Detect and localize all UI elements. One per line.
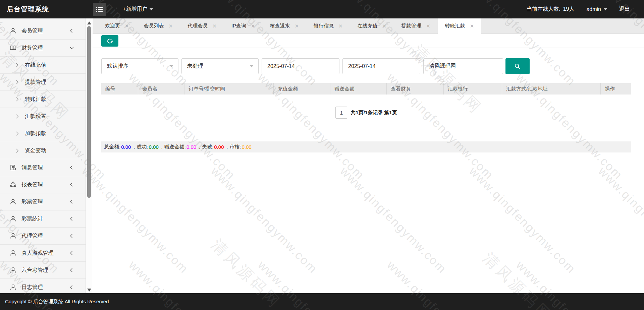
sidebar-item-member-management[interactable]: 会员管理 (0, 22, 86, 40)
refresh-icon (106, 38, 113, 45)
sidebar-item-lottery-statistics[interactable]: 彩票统计 (0, 210, 86, 228)
chevron-left-icon (69, 216, 75, 222)
summary-label: 审核: (230, 144, 241, 150)
scrollbar-up-arrow[interactable] (87, 21, 91, 24)
sidebar-item-label: 消息管理 (21, 164, 43, 171)
sidebar-item-label: 六合彩管理 (21, 267, 48, 274)
user-icon (9, 232, 17, 240)
date-from-input[interactable] (262, 58, 339, 74)
sidebar-item-report-management[interactable]: 报表管理 (0, 176, 86, 193)
sidebar-item-label: 财务管理 (21, 45, 43, 52)
chevron-right-icon (14, 96, 20, 102)
user-icon (9, 283, 17, 291)
scrollbar-down-arrow[interactable] (87, 289, 91, 292)
sidebar-item-label: 彩票统计 (21, 215, 43, 223)
table-header-row: 编号会员名订单号/提交时间充值金额赠送金额查看财务汇款银行汇款方式/汇款地址操作 (101, 83, 631, 95)
page-number-button[interactable]: 1 (335, 107, 347, 119)
book-icon (9, 44, 17, 52)
column-header-3: 订单号/提交时间 (184, 83, 273, 95)
chevron-right-icon (14, 113, 20, 119)
scrollbar-thumb[interactable] (87, 26, 91, 198)
sidebar-item-finance-management[interactable]: 财务管理 (0, 40, 86, 57)
tab-member-list[interactable]: 会员列表✕ (137, 18, 180, 34)
tab-close-icon[interactable]: ✕ (169, 23, 173, 28)
column-header-9: 操作 (600, 83, 631, 95)
chevron-down-icon (169, 65, 173, 67)
sort-order-value: 默认排序 (107, 63, 128, 70)
chevron-down-icon (250, 65, 254, 67)
keyword-input[interactable] (423, 58, 503, 74)
message-icon (9, 164, 17, 172)
summary-label: 失败: (202, 144, 213, 150)
tab-close-icon[interactable]: ✕ (338, 23, 343, 28)
tab-transfer-remittance[interactable]: 转账汇款✕ (438, 18, 482, 34)
logout-button[interactable]: 退出 (619, 6, 630, 13)
tab-close-icon[interactable]: ✕ (382, 23, 387, 28)
tab-agent-member[interactable]: 代理会员✕ (180, 18, 224, 34)
tab-ip-query[interactable]: IP查询✕ (224, 18, 263, 34)
sidebar-subitem-remittance-settings[interactable]: 汇款设置 (0, 108, 86, 125)
tab-online-recharge[interactable]: 在线充值✕ (350, 18, 394, 34)
sidebar-item-label: 报表管理 (21, 181, 43, 188)
tab-close-icon[interactable]: ✕ (251, 23, 255, 28)
search-button[interactable] (505, 58, 530, 74)
sidebar-item-label: 彩票管理 (21, 198, 43, 205)
user-menu[interactable]: admin (586, 6, 607, 12)
sidebar-item-live-game-management[interactable]: 真人游戏管理 (0, 245, 86, 262)
sidebar-subitem-withdrawal-management[interactable]: 提款管理 (0, 74, 86, 91)
column-header-2: 会员名 (138, 83, 184, 95)
add-user-label: +新增用户 (123, 6, 147, 13)
summary-value: 0.00 (121, 144, 131, 150)
sidebar-subitem-funds-change[interactable]: 资金变动 (0, 142, 86, 159)
app-title: 后台管理系统 (7, 5, 49, 14)
sidebar-subitem-online-recharge[interactable]: 在线充值 (0, 57, 86, 74)
tab-label: 会员列表 (144, 23, 164, 29)
sidebar-item-label: 真人游戏管理 (21, 250, 54, 257)
copyright-text: Copyright © 后台管理系统 All Rights Reserved (5, 299, 109, 305)
chevron-right-icon (14, 62, 20, 68)
sidebar-subitem-label: 加款扣款 (25, 130, 46, 137)
status-select[interactable]: 未处理 (181, 58, 259, 74)
header-right: 当前在线人数: 19人 admin 退出 (527, 0, 630, 18)
tab-close-icon[interactable]: ✕ (125, 23, 129, 28)
tab-withdrawal-management[interactable]: 提款管理✕ (394, 18, 438, 34)
chevron-down-icon (604, 8, 607, 10)
summary-label: 总金额: (104, 144, 120, 150)
sidebar-subitem-transfer-remittance[interactable]: 转账汇款 (0, 91, 86, 108)
sidebar-subitem-label: 汇款设置 (25, 113, 46, 120)
user-icon (9, 27, 17, 35)
column-header-7: 汇款银行 (443, 83, 502, 95)
tab-close-icon[interactable]: ✕ (470, 23, 474, 28)
tab-label: 转账汇款 (445, 23, 465, 29)
sidebar-item-agent-management[interactable]: 代理管理 (0, 228, 86, 245)
column-header-6: 查看财务 (386, 83, 443, 95)
sidebar-item-label: 日志管理 (21, 284, 43, 291)
tab-close-icon[interactable]: ✕ (212, 23, 217, 28)
menu-toggle-button[interactable] (93, 3, 106, 16)
add-user-dropdown[interactable]: +新增用户 (123, 0, 153, 18)
tab-close-icon[interactable]: ✕ (295, 23, 299, 28)
user-icon (9, 266, 17, 274)
column-header-4: 充值金额 (273, 83, 330, 95)
sort-order-select[interactable]: 默认排序 (101, 58, 178, 74)
sidebar-scrollbar[interactable] (86, 18, 92, 293)
tab-rebate-check[interactable]: 核查返水✕ (263, 18, 307, 34)
chevron-right-icon (14, 147, 20, 153)
tab-label: 代理会员 (187, 23, 208, 29)
tab-bank-info[interactable]: 银行信息✕ (306, 18, 350, 34)
search-icon (514, 63, 521, 70)
summary-separator: ， (197, 144, 202, 150)
chevron-down-icon (150, 8, 153, 10)
sidebar-item-lottery-management[interactable]: 彩票管理 (0, 193, 86, 210)
sidebar-subitem-add-deduct-funds[interactable]: 加款扣款 (0, 125, 86, 142)
sidebar-item-mark-six-management[interactable]: 六合彩管理 (0, 262, 86, 279)
tab-welcome[interactable]: 欢迎页✕ (98, 18, 137, 34)
summary-value: 0.00 (149, 144, 159, 150)
sidebar-item-log-management[interactable]: 日志管理 (0, 279, 86, 293)
summary-value: 0.00 (186, 144, 196, 150)
tab-close-icon[interactable]: ✕ (426, 23, 430, 28)
date-to-input[interactable] (342, 58, 420, 74)
sidebar-item-message-management[interactable]: 消息管理 (0, 159, 86, 176)
top-header: 后台管理系统 +新增用户 当前在线人数: 19人 admin 退出 (0, 0, 644, 18)
refresh-button[interactable] (101, 35, 118, 47)
